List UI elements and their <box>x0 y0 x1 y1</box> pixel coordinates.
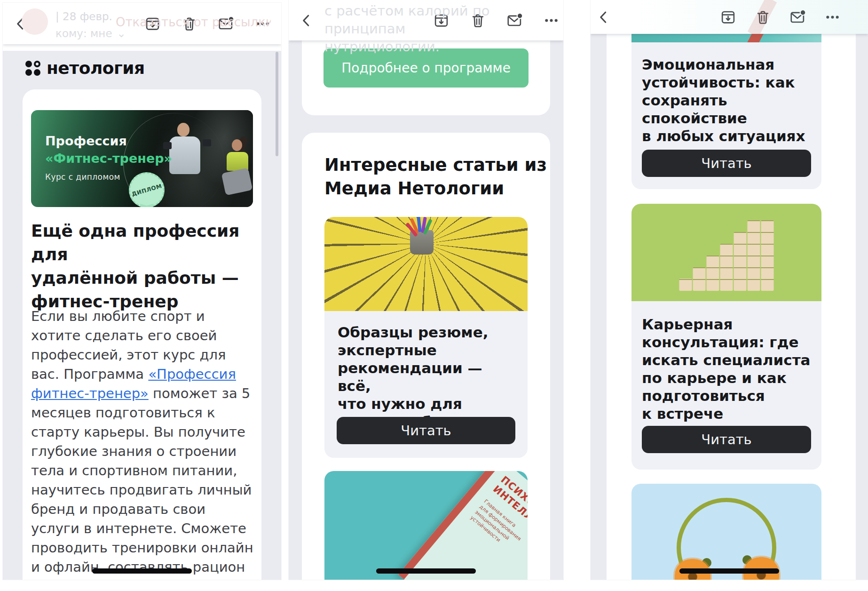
archive-button[interactable] <box>144 15 161 32</box>
blocks-staircase <box>679 220 774 291</box>
pencil-cup <box>410 230 434 255</box>
more-options-button[interactable] <box>254 15 271 32</box>
mark-unread-button[interactable] <box>217 15 234 32</box>
trash-icon <box>755 9 771 25</box>
article-info: Образцы резюме, экспертные рекомендации … <box>324 311 528 458</box>
read-button[interactable]: Читать <box>642 150 811 177</box>
paragraph-text-end: поможет за 5 месяцев подготовиться к ста… <box>31 385 253 580</box>
netology-logo-text: нетология <box>47 58 145 78</box>
phone-panel-3: Эмоциональная устойчивость: как сохранят… <box>591 0 868 580</box>
article-image-pencils[interactable] <box>324 217 528 311</box>
email-card: Профессия «Фитнес-тренер» Курс с дипломо… <box>23 89 261 580</box>
archive-icon <box>720 9 736 25</box>
article-tile-headphones[interactable] <box>631 484 821 580</box>
trash-icon <box>470 13 486 28</box>
article-tile-career[interactable]: Карьерная консультация: где искать специ… <box>631 204 821 503</box>
phone-panel-2: с расчётом калорий по принципам нутрицио… <box>289 0 563 580</box>
delete-button[interactable] <box>181 15 197 32</box>
article-tile-emotion[interactable]: Эмоциональная устойчивость: как сохранят… <box>631 34 821 189</box>
toolbar-actions <box>719 8 841 25</box>
trash-icon <box>181 16 197 32</box>
article-tile-book[interactable]: ПСИХОЛОГИЧЕСКИЙ ИНТЕЛЛЕКТ Главная книга … <box>324 471 528 580</box>
banner-title: Профессия <box>45 134 172 148</box>
email-date: | 28 февр. <box>55 10 112 23</box>
mail-unread-icon <box>507 13 522 28</box>
expand-recipients-icon: ⌄ <box>117 27 126 40</box>
banner-subtitle: «Фитнес-тренер» <box>45 151 172 166</box>
article-title: Эмоциональная устойчивость: как сохранят… <box>642 56 812 145</box>
toolbar-actions <box>144 15 271 32</box>
email-paragraph: Если вы любите спорт и хотите сделать ег… <box>31 307 255 580</box>
article-image-book-bottom <box>631 34 821 42</box>
back-button[interactable] <box>593 7 614 27</box>
book-spine-sliver <box>747 34 764 42</box>
article-title: Карьерная консультация: где искать специ… <box>642 315 812 423</box>
email-body-2: Подробнее о программе Интересные статьи … <box>289 40 563 580</box>
back-button[interactable] <box>296 10 317 31</box>
read-button[interactable]: Читать <box>642 426 811 453</box>
mail-unread-icon <box>790 9 805 25</box>
back-chevron-icon <box>14 16 28 31</box>
screenshot-canvas: | 28 февр. кому: мне ⌄ Отказаться от рас… <box>0 0 868 591</box>
diploma-badge: ДИПЛОМ <box>129 172 165 207</box>
home-indicator[interactable] <box>376 568 476 574</box>
more-dots-icon <box>544 13 559 28</box>
back-button[interactable] <box>10 13 31 34</box>
mail-toolbar-2: с расчётом калорий по принципам нутрицио… <box>289 0 563 40</box>
mail-unread-icon <box>218 16 234 32</box>
home-indicator[interactable] <box>92 568 192 574</box>
archive-icon <box>145 16 160 32</box>
delete-button[interactable] <box>469 12 486 29</box>
delete-button[interactable] <box>754 8 771 25</box>
phone-panel-1: | 28 февр. кому: мне ⌄ Отказаться от рас… <box>3 3 281 580</box>
header-divider <box>3 44 281 51</box>
home-indicator[interactable] <box>679 568 779 574</box>
more-options-button[interactable] <box>824 8 841 25</box>
email-card-articles: Интересные статьи из Медиа Нетологии Обр… <box>302 133 550 580</box>
scrollbar[interactable] <box>276 52 278 156</box>
articles-section-title: Интересные статьи из Медиа Нетологии <box>324 153 547 200</box>
email-body-3: Эмоциональная устойчивость: как сохранят… <box>591 34 868 580</box>
email-recipient-label: кому: мне <box>55 27 112 40</box>
back-chevron-icon <box>300 13 314 27</box>
article-tile-resume[interactable]: Образцы резюме, экспертные рекомендации … <box>324 217 528 458</box>
netology-logo-icon <box>25 61 40 76</box>
article-image-book[interactable]: ПСИХОЛОГИЧЕСКИЙ ИНТЕЛЛЕКТ Главная книга … <box>324 471 528 580</box>
email-recipient: кому: мне ⌄ <box>55 27 126 40</box>
archive-button[interactable] <box>719 8 736 25</box>
netology-logo: нетология <box>25 58 145 78</box>
article-image-headphones[interactable] <box>631 484 821 580</box>
email-title: Ещё одна профессия для удалённой работы … <box>31 219 255 313</box>
toolbar-actions <box>433 12 560 29</box>
mail-toolbar-1: | 28 февр. кому: мне ⌄ Отказаться от рас… <box>3 3 281 44</box>
read-button[interactable]: Читать <box>337 417 515 444</box>
article-image-blocks[interactable] <box>631 204 821 301</box>
mail-toolbar-3 <box>591 0 868 34</box>
archive-button[interactable] <box>433 12 450 29</box>
more-dots-icon <box>825 9 840 25</box>
mark-unread-button[interactable] <box>789 8 806 25</box>
back-chevron-icon <box>597 10 611 24</box>
email-body-1: нетология <box>3 44 281 580</box>
more-dots-icon <box>255 16 270 32</box>
diploma-badge-text: ДИПЛОМ <box>131 183 163 198</box>
course-banner-image[interactable]: Профессия «Фитнес-тренер» Курс с дипломо… <box>31 110 253 207</box>
archive-icon <box>434 13 449 28</box>
email-card-articles: Эмоциональная устойчивость: как сохранят… <box>607 34 856 580</box>
email-card-top: Подробнее о программе <box>302 40 550 115</box>
course-details-button[interactable]: Подробнее о программе <box>324 48 529 88</box>
article-info: Эмоциональная устойчивость: как сохранят… <box>631 42 821 189</box>
mark-unread-button[interactable] <box>506 12 523 29</box>
more-options-button[interactable] <box>543 12 560 29</box>
article-title: Образцы резюме, экспертные рекомендации … <box>338 323 518 431</box>
book-cover: ПСИХОЛОГИЧЕСКИЙ ИНТЕЛЛЕКТ Главная книга … <box>398 471 528 580</box>
article-info: Карьерная консультация: где искать специ… <box>631 301 821 470</box>
